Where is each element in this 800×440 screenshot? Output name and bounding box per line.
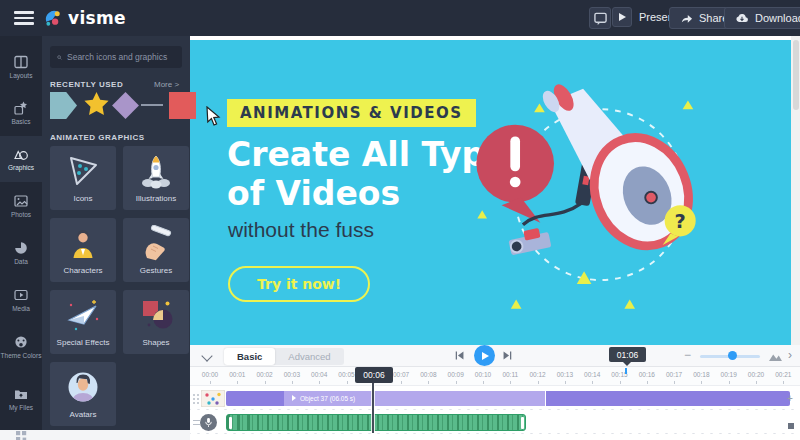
audio-waveform-bar[interactable]	[226, 414, 526, 431]
more-link[interactable]: More >	[154, 80, 179, 89]
svg-text:?: ?	[675, 210, 686, 233]
object-segment-label: Object 37 (06.05 s)	[300, 395, 355, 402]
timeline-zoom-slider-handle[interactable]	[728, 351, 737, 360]
track-corner-icon[interactable]	[788, 423, 794, 429]
slide-thumbnail[interactable]	[201, 390, 225, 407]
ruler-tick	[347, 381, 348, 384]
timeline-controls: Basic Advanced − ›	[190, 345, 800, 367]
megaphone-illustration[interactable]: ?	[455, 62, 785, 337]
tile-avatars[interactable]: Avatars	[50, 362, 116, 426]
zoom-fit-icon[interactable]	[768, 350, 783, 362]
sidebar-item-basics[interactable]: Basics	[0, 90, 42, 136]
folder-upload-icon	[13, 386, 29, 402]
microphone-icon	[204, 417, 213, 429]
present-button[interactable]: Present	[612, 7, 677, 27]
download-button[interactable]: Download	[724, 7, 800, 29]
ruler-time-label: 00:09	[442, 371, 470, 378]
audio-drag-handle[interactable]	[193, 420, 200, 425]
object-segment[interactable]: Object 37 (06.05 s)	[284, 391, 546, 406]
ruler-time-label: 00:04	[305, 371, 333, 378]
ruler-time-label: 00:10	[469, 371, 497, 378]
segment-play-icon	[292, 395, 296, 401]
tile-shapes[interactable]: Shapes	[123, 290, 189, 354]
remote-control	[507, 226, 551, 255]
ruler-tick	[783, 381, 784, 384]
ruler-time-label: 00:18	[687, 371, 715, 378]
tile-special-effects[interactable]: Special Effects	[50, 290, 116, 354]
tile-icons[interactable]: Icons	[50, 146, 116, 210]
ruler-time-label: 00:03	[278, 371, 306, 378]
object-track-bar[interactable]: Object 37 (06.05 s)	[226, 391, 790, 406]
basic-shapes-icon	[13, 100, 29, 116]
character-person-icon	[63, 225, 103, 263]
tile-characters[interactable]: Characters	[50, 218, 116, 282]
cta-try-it-now-button[interactable]: Try it now!	[228, 266, 370, 302]
tab-advanced[interactable]: Advanced	[275, 348, 343, 365]
track-move-icon[interactable]: +	[787, 393, 793, 404]
play-button[interactable]	[474, 345, 495, 366]
avatar-man-icon	[63, 369, 103, 407]
search-box[interactable]	[50, 46, 182, 68]
sidebar-item-graphics[interactable]: Graphics	[0, 136, 42, 182]
collapse-timeline-icon[interactable]	[201, 350, 212, 361]
tile-illustrations[interactable]: Illustrations	[123, 146, 189, 210]
playhead-time-badge[interactable]: 00:06	[355, 367, 393, 383]
sidebar-item-layouts[interactable]: Layouts	[0, 44, 42, 90]
playhead-line[interactable]	[372, 383, 374, 433]
hamburger-menu-icon[interactable]	[14, 11, 34, 25]
recent-shape-pentagon[interactable]	[50, 92, 77, 119]
sidebar-item-photos[interactable]: Photos	[0, 183, 42, 229]
recent-shape-line[interactable]	[141, 104, 163, 106]
recently-used-header: RECENTLY USED	[50, 80, 123, 89]
comment-icon	[594, 12, 607, 25]
timeline-tabs: Basic Advanced	[224, 348, 344, 365]
recent-shape-square[interactable]	[169, 92, 196, 119]
skip-forward-icon[interactable]	[502, 350, 513, 361]
slide-canvas[interactable]: ANIMATIONS & VIDEOS Create All Types of …	[190, 40, 791, 345]
download-label: Download	[755, 12, 800, 24]
paper-plane-icon	[63, 297, 103, 335]
sidebar-item-media[interactable]: Media	[0, 277, 42, 323]
ruler-tick	[510, 381, 511, 384]
tile-gestures[interactable]: Gestures	[123, 218, 189, 282]
ruler-tick	[428, 381, 429, 384]
track-drag-handle[interactable]	[193, 394, 199, 404]
canvas-subheading[interactable]: without the fuss	[228, 218, 374, 242]
layouts-icon	[13, 54, 29, 70]
sidebar-item-theme-colors[interactable]: Theme Colors	[0, 321, 42, 373]
scroll-right-icon[interactable]: ›	[788, 348, 792, 362]
animated-graphics-header: ANIMATED GRAPHICS	[50, 133, 145, 142]
timeline-ruler[interactable]: 00:0000:0100:0200:0300:0400:0500:0700:08…	[190, 367, 800, 386]
canvas-tag-label[interactable]: ANIMATIONS & VIDEOS	[227, 99, 476, 127]
ruler-time-label: 00:16	[633, 371, 661, 378]
visme-editor: visme Present Share Download	[0, 0, 800, 440]
ruler-tick	[237, 381, 238, 384]
sidebar-item-my-files[interactable]: My Files	[0, 376, 42, 422]
ruler-tick	[483, 381, 484, 384]
sidebar-item-data[interactable]: Data	[0, 230, 42, 276]
exclamation-bubble	[476, 125, 554, 223]
ruler-tick	[265, 381, 266, 384]
ruler-time-label: 00:00	[196, 371, 224, 378]
microphone-button[interactable]	[200, 414, 217, 431]
ruler-tick	[647, 381, 648, 384]
sidebar-item-apps[interactable]: Apps	[0, 418, 42, 440]
apps-grid-icon	[13, 428, 29, 440]
graphics-icon	[13, 146, 29, 162]
skip-back-icon[interactable]	[454, 350, 465, 361]
comment-button[interactable]	[589, 7, 611, 29]
logo-text: visme	[68, 8, 126, 28]
search-input[interactable]	[67, 52, 175, 62]
timeline-track-audio	[190, 412, 800, 434]
visme-logo[interactable]: visme	[42, 7, 162, 29]
search-icon	[57, 52, 62, 63]
canvas-scrollbar-thumb[interactable]	[793, 40, 799, 110]
tab-basic[interactable]: Basic	[224, 348, 275, 365]
photo-icon	[13, 193, 29, 209]
pie-chart-icon	[13, 240, 29, 256]
zoom-out-icon[interactable]: −	[684, 348, 691, 362]
recent-shape-diamond[interactable]	[112, 92, 139, 119]
video-player-icon	[13, 287, 29, 303]
recent-shape-star[interactable]	[81, 90, 112, 121]
ruler-tick	[756, 381, 757, 384]
